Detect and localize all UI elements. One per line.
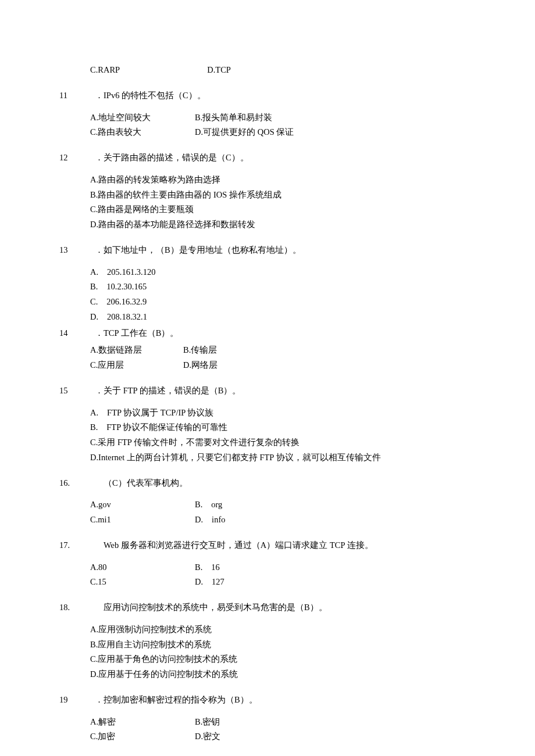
q12-option-a: A.路由器的转发策略称为路由选择 [90, 174, 459, 187]
q10-options: C.RARP D.TCP [79, 64, 459, 77]
q17-option-c: C.15 [90, 576, 195, 589]
q10-option-c: C.RARP [90, 64, 120, 77]
q11-option-a: A.地址空间较大 [90, 112, 195, 124]
q16-text: （C）代表军事机构。 [104, 478, 188, 488]
q14-option-a: A.数据链路层 [90, 344, 183, 357]
q14-option-b: B.传输层 [183, 344, 459, 357]
q13-option-b: B. 10.2.30.165 [90, 281, 459, 293]
q18-option-b: B.应用自主访问控制技术的系统 [90, 639, 459, 651]
q15-number: 15 [79, 385, 95, 397]
q19-text: ．控制加密和解密过程的指令称为（B）。 [95, 695, 258, 704]
q19-option-b: B.密钥 [195, 716, 459, 729]
q17-number: 17. [79, 539, 95, 552]
q19-option-c: C.加密 [90, 730, 195, 743]
q15-option-b: B. FTP 协议不能保证传输的可靠性 [90, 421, 459, 434]
q12-stem: 12．关于路由器的描述，错误的是（C）。 [98, 152, 459, 164]
q14-option-c: C.应用层 [90, 359, 183, 372]
q13-text: ．如下地址中，（B）是专用地址（也称私有地址）。 [95, 245, 301, 255]
q17-options: A.80 B. 16 C.15 D. 127 [79, 561, 459, 589]
q18-options: A.应用强制访问控制技术的系统 B.应用自主访问控制技术的系统 C.应用基于角色… [79, 624, 459, 681]
q12-option-d: D.路由器的基本功能是路径选择和数据转发 [90, 218, 459, 231]
q14-stem: 14．TCP 工作在（B）。 [98, 327, 459, 340]
q17-option-d: D. 127 [195, 576, 459, 589]
q15-options: A. FTP 协议属于 TCP/IP 协议族 B. FTP 协议不能保证传输的可… [79, 407, 459, 464]
q19-number: 19 [79, 694, 95, 707]
q13-option-c: C. 206.16.32.9 [90, 296, 459, 309]
q19-option-d: D.密文 [195, 730, 459, 743]
q11-number: 11 [79, 89, 95, 102]
q19-stem: 19．控制加密和解密过程的指令称为（B）。 [98, 694, 459, 707]
q13-stem: 13．如下地址中，（B）是专用地址（也称私有地址）。 [98, 244, 459, 257]
q14-text: ．TCP 工作在（B）。 [95, 328, 179, 338]
q16-number: 16. [79, 477, 95, 490]
q18-option-d: D.应用基于任务的访问控制技术的系统 [90, 668, 459, 681]
q15-option-c: C.采用 FTP 传输文件时，不需要对文件进行复杂的转换 [90, 436, 459, 449]
q10-option-d: D.TCP [207, 64, 231, 77]
q14-number: 14 [79, 327, 95, 340]
q11-options: A.地址空间较大 B.报头简单和易封装 C.路由表较大 D.可提供更好的 QOS… [79, 112, 459, 139]
q18-option-a: A.应用强制访问控制技术的系统 [90, 624, 459, 636]
q13-options: A. 205.161.3.120 B. 10.2.30.165 C. 206.1… [79, 266, 459, 324]
q15-text: ．关于 FTP 的描述，错误的是（B）。 [95, 386, 241, 395]
q18-number: 18. [79, 601, 95, 614]
q16-option-c: C.mi1 [90, 514, 195, 526]
q19-option-a: A.解密 [90, 716, 195, 729]
q17-text: Web 服务器和浏览器进行交互时，通过（A）端口请求建立 TCP 连接。 [95, 540, 373, 550]
q13-option-a: A. 205.161.3.120 [90, 266, 459, 279]
q11-stem: 11．IPv6 的特性不包括（C）。 [98, 89, 459, 102]
q16-options: A.gov B. org C.mi1 D. info [79, 499, 459, 526]
q18-option-c: C.应用基于角色的访问控制技术的系统 [90, 653, 459, 666]
q18-stem: 18. 应用访问控制技术的系统中，易受到木马危害的是（B）。 [98, 601, 459, 614]
q17-stem: 17. Web 服务器和浏览器进行交互时，通过（A）端口请求建立 TCP 连接。 [98, 539, 459, 552]
q14-option-d: D.网络层 [183, 359, 459, 372]
q11-option-d: D.可提供更好的 QOS 保证 [195, 126, 459, 139]
q15-stem: 15．关于 FTP 的描述，错误的是（B）。 [98, 385, 459, 397]
q18-text: 应用访问控制技术的系统中，易受到木马危害的是（B）。 [95, 603, 327, 612]
q14-options: A.数据链路层 B.传输层 C.应用层 D.网络层 [79, 344, 459, 372]
q15-option-d: D.Internet 上的两台计算机，只要它们都支持 FTP 协议，就可以相互传… [90, 452, 459, 464]
q16-option-b: B. org [195, 499, 459, 511]
q12-options: A.路由器的转发策略称为路由选择 B.路由器的软件主要由路由器的 IOS 操作系… [79, 174, 459, 231]
q17-option-a: A.80 [90, 561, 195, 574]
q12-number: 12 [79, 152, 95, 164]
q13-option-d: D. 208.18.32.1 [90, 311, 459, 324]
q15-option-a: A. FTP 协议属于 TCP/IP 协议族 [90, 407, 459, 420]
q16-stem: 16. （C）代表军事机构。 [98, 477, 459, 490]
q11-option-c: C.路由表较大 [90, 126, 195, 139]
q13-number: 13 [79, 244, 95, 257]
q16-option-d: D. info [195, 514, 459, 526]
document-page: C.RARP D.TCP 11．IPv6 的特性不包括（C）。 A.地址空间较大… [0, 0, 535, 756]
q11-option-b: B.报头简单和易封装 [195, 112, 459, 124]
q19-options: A.解密 B.密钥 C.加密 D.密文 [79, 716, 459, 744]
q12-option-b: B.路由器的软件主要由路由器的 IOS 操作系统组成 [90, 189, 459, 202]
q12-option-c: C.路由器是网络的主要瓶颈 [90, 203, 459, 216]
q12-text: ．关于路由器的描述，错误的是（C）。 [95, 153, 249, 162]
q17-option-b: B. 16 [195, 561, 459, 574]
q16-option-a: A.gov [90, 499, 195, 511]
q11-text: ．IPv6 的特性不包括（C）。 [95, 91, 206, 100]
